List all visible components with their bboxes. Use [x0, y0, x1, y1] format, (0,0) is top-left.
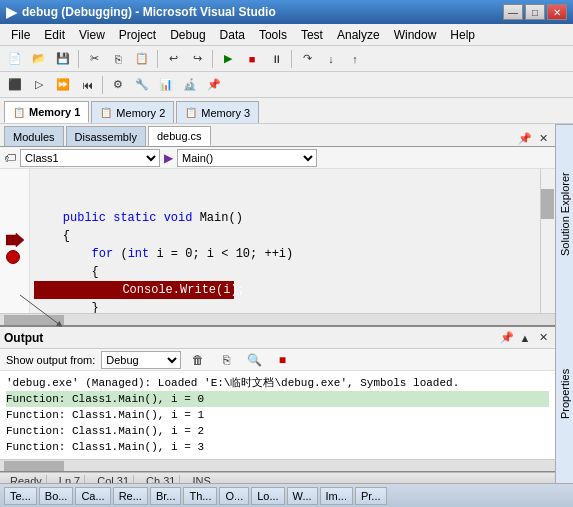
taskbar-re-label: Re... [119, 490, 142, 502]
code-scrollbar[interactable] [540, 169, 555, 313]
memory-tab-2[interactable]: 📋 Memory 2 [91, 101, 174, 123]
doc-tab-disassembly-label: Disassembly [75, 131, 137, 143]
taskbar-ca[interactable]: Ca... [75, 487, 110, 505]
menu-file[interactable]: File [4, 26, 37, 44]
doc-tab-debugcs[interactable]: debug.cs [148, 126, 211, 146]
taskbar-th[interactable]: Th... [183, 487, 217, 505]
output-stop-btn[interactable]: ■ [271, 350, 293, 370]
memory-tab-1-label: Memory 1 [29, 106, 80, 118]
tb-copy[interactable]: ⎘ [107, 49, 129, 69]
output-copy-btn[interactable]: ⎘ [215, 350, 237, 370]
tb-pause[interactable]: ⏸ [265, 49, 287, 69]
taskbar-o[interactable]: O... [219, 487, 249, 505]
doc-tab-disassembly[interactable]: Disassembly [66, 126, 146, 146]
memory-tab-1[interactable]: 📋 Memory 1 [4, 101, 89, 123]
output-find-btn[interactable]: 🔍 [243, 350, 265, 370]
output-pin-button[interactable]: 📌 [499, 330, 515, 346]
tb-paste[interactable]: 📋 [131, 49, 153, 69]
output-h-scroll-thumb[interactable] [4, 461, 64, 471]
output-line-4: Function: Class1.Main(), i = 3 [6, 439, 549, 455]
doc-tab-modules-label: Modules [13, 131, 55, 143]
tb2-6[interactable]: 🔧 [131, 75, 153, 95]
title-bar-controls: — □ ✕ [503, 4, 567, 20]
taskbar-te[interactable]: Te... [4, 487, 37, 505]
tb2-3[interactable]: ⏩ [52, 75, 74, 95]
output-line-2: Function: Class1.Main(), i = 1 [6, 407, 549, 423]
taskbar-w[interactable]: W... [287, 487, 318, 505]
memory-tab-3-icon: 📋 [185, 107, 197, 118]
output-header-controls: 📌 ▲ ✕ [499, 330, 551, 346]
class-icon: 🏷 [4, 151, 16, 165]
output-close-button[interactable]: ✕ [535, 330, 551, 346]
output-title: Output [4, 331, 43, 345]
solution-explorer-panel[interactable]: Solution Explorer [556, 124, 573, 304]
tb-open[interactable]: 📂 [28, 49, 50, 69]
menu-debug[interactable]: Debug [163, 26, 212, 44]
menu-view[interactable]: View [72, 26, 112, 44]
code-h-scroll-thumb[interactable] [4, 315, 64, 325]
menu-project[interactable]: Project [112, 26, 163, 44]
minimize-button[interactable]: — [503, 4, 523, 20]
class-dropdown[interactable]: Class1 [20, 149, 160, 167]
method-icon: ▶ [164, 151, 173, 165]
code-text[interactable]: public static void Main() { for (int i =… [30, 169, 540, 313]
properties-panel[interactable]: Properties [556, 304, 573, 483]
tb2-2[interactable]: ▷ [28, 75, 50, 95]
maximize-button[interactable]: □ [525, 4, 545, 20]
doc-pin-button[interactable]: 📌 [517, 130, 533, 146]
tb2-8[interactable]: 🔬 [179, 75, 201, 95]
tb2-9[interactable]: 📌 [203, 75, 225, 95]
tb2-5[interactable]: ⚙ [107, 75, 129, 95]
menu-data[interactable]: Data [213, 26, 252, 44]
taskbar-br[interactable]: Br... [150, 487, 182, 505]
taskbar-bo[interactable]: Bo... [39, 487, 74, 505]
taskbar-o-label: O... [225, 490, 243, 502]
tb-undo[interactable]: ↩ [162, 49, 184, 69]
tb-step-over[interactable]: ↷ [296, 49, 318, 69]
menu-help[interactable]: Help [443, 26, 482, 44]
tb-stop[interactable]: ■ [241, 49, 263, 69]
code-h-scrollbar[interactable] [0, 313, 555, 325]
doc-close-button[interactable]: ✕ [535, 130, 551, 146]
method-dropdown[interactable]: Main() [177, 149, 317, 167]
close-button[interactable]: ✕ [547, 4, 567, 20]
output-h-scrollbar[interactable] [0, 459, 555, 471]
code-editor-wrapper: 🏷 Class1 ▶ Main() [0, 147, 555, 327]
status-ch: Ch 31 [142, 475, 180, 483]
doc-tab-debugcs-label: debug.cs [157, 130, 202, 142]
memory-tab-3[interactable]: 📋 Memory 3 [176, 101, 259, 123]
output-clear-btn[interactable]: 🗑 [187, 350, 209, 370]
tb-play[interactable]: ▶ [217, 49, 239, 69]
tb-new[interactable]: 📄 [4, 49, 26, 69]
menu-test[interactable]: Test [294, 26, 330, 44]
output-line-1: Function: Class1.Main(), i = 0 [6, 391, 549, 407]
menu-analyze[interactable]: Analyze [330, 26, 387, 44]
output-expand-button[interactable]: ▲ [517, 330, 533, 346]
menu-edit[interactable]: Edit [37, 26, 72, 44]
tb-step-out[interactable]: ↑ [344, 49, 366, 69]
tb-save[interactable]: 💾 [52, 49, 74, 69]
taskbar-lo-label: Lo... [257, 490, 278, 502]
status-ln: Ln 7 [55, 475, 85, 483]
tb2-4[interactable]: ⏮ [76, 75, 98, 95]
doc-tab-modules[interactable]: Modules [4, 126, 64, 146]
window-title: debug (Debugging) - Microsoft Visual Stu… [22, 5, 276, 19]
tb-cut[interactable]: ✂ [83, 49, 105, 69]
taskbar-im[interactable]: Im... [320, 487, 353, 505]
svg-marker-0 [6, 233, 24, 247]
output-line-3: Function: Class1.Main(), i = 2 [6, 423, 549, 439]
tb2-1[interactable]: ⬛ [4, 75, 26, 95]
tb2-7[interactable]: 📊 [155, 75, 177, 95]
tb-redo[interactable]: ↪ [186, 49, 208, 69]
code-content: public static void Main() { for (int i =… [0, 169, 555, 313]
taskbar-pr[interactable]: Pr... [355, 487, 387, 505]
menu-tools[interactable]: Tools [252, 26, 294, 44]
v-scroll-thumb[interactable] [541, 189, 554, 219]
output-text[interactable]: 'debug.exe' (Managed): Loaded 'E:\临时文档\d… [0, 371, 555, 459]
menu-window[interactable]: Window [387, 26, 444, 44]
tb-step-in[interactable]: ↓ [320, 49, 342, 69]
output-filter-select[interactable]: Debug [101, 351, 181, 369]
taskbar-re[interactable]: Re... [113, 487, 148, 505]
taskbar-lo[interactable]: Lo... [251, 487, 284, 505]
tb-sep4 [291, 50, 292, 68]
